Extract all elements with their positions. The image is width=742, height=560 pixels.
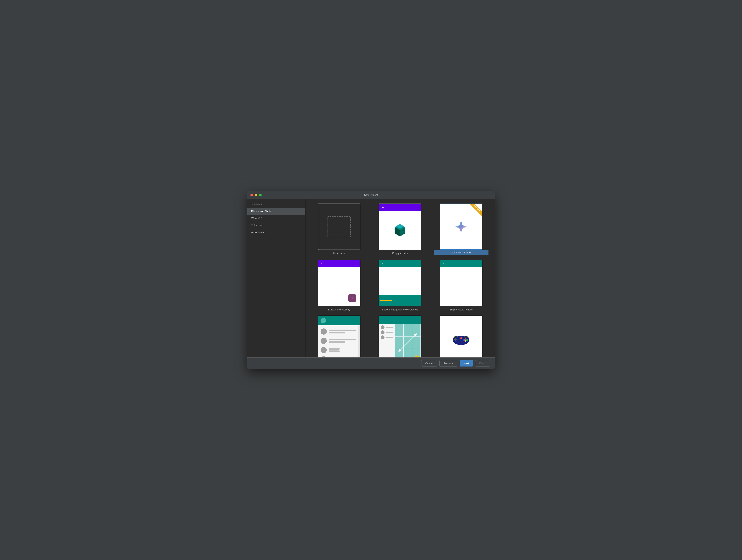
template-responsive-views[interactable]: + Responsive Views Activity bbox=[373, 316, 428, 357]
main-window: New Project Templates Phone and Tablet W… bbox=[247, 191, 495, 369]
grid-left-item-3 bbox=[381, 336, 393, 339]
game-preview bbox=[440, 316, 482, 357]
avatar-2 bbox=[321, 338, 327, 344]
sidebar-item-phone-tablet[interactable]: Phone and Tablet bbox=[247, 208, 305, 215]
text-line-shorter-2 bbox=[329, 350, 340, 352]
templates-grid: No Activity ← bbox=[306, 199, 495, 357]
template-label-empty-activity: Empty Activity bbox=[392, 252, 408, 255]
avatar-1 bbox=[321, 328, 327, 335]
settings-list-item-2 bbox=[320, 336, 357, 346]
sidebar-item-automotive[interactable]: Automotive bbox=[247, 229, 305, 236]
template-preview-bottom-nav: ← ⋮ bbox=[379, 260, 421, 306]
previous-button[interactable]: Previous bbox=[439, 360, 457, 366]
phone-topbar-empty: ← bbox=[379, 204, 421, 211]
sidebar-item-wear-os[interactable]: Wear OS bbox=[247, 215, 305, 222]
template-gemini-api-starter[interactable]: PREVIEW Gemini API Starter bbox=[434, 204, 488, 255]
text-line bbox=[329, 329, 356, 331]
maximize-button[interactable] bbox=[259, 194, 262, 196]
menu-bottom-nav-icon: ⋮ bbox=[415, 262, 419, 265]
sidebar-label: Templates bbox=[247, 202, 305, 208]
window-buttons bbox=[251, 194, 262, 196]
settings-list-item-3 bbox=[320, 346, 357, 355]
sidebar: Templates Phone and Tablet Wear OS Telev… bbox=[247, 199, 305, 357]
bottom-nav-item-3 bbox=[407, 295, 421, 306]
titlebar: New Project bbox=[247, 191, 495, 199]
template-label-basic-views: Basic Views Activity bbox=[328, 308, 350, 311]
text-line-shorter bbox=[329, 348, 340, 350]
footer: Cancel Previous Next Finish bbox=[247, 357, 495, 369]
android-cube-icon bbox=[392, 222, 408, 238]
template-empty-activity[interactable]: ← bbox=[373, 204, 428, 255]
template-preview-basic-views: ← ⋮ + bbox=[318, 260, 360, 306]
settings-header: ⋮ bbox=[318, 316, 360, 325]
phone-topbar-empty-views: ← bbox=[440, 260, 482, 267]
back-arrow-empty-views-icon: ← bbox=[442, 262, 445, 265]
phone-preview-empty: ← bbox=[379, 204, 421, 250]
phone-preview-bottom-nav: ← ⋮ bbox=[379, 260, 421, 306]
preview-banner: PREVIEW bbox=[468, 204, 482, 218]
template-basic-views[interactable]: ← ⋮ + Basic Views Activity bbox=[312, 260, 367, 311]
next-button[interactable]: Next bbox=[460, 360, 473, 366]
avatar-3 bbox=[321, 347, 327, 353]
phone-body-empty bbox=[379, 211, 421, 250]
back-arrow-basic-icon: ← bbox=[321, 262, 324, 265]
text-line-short bbox=[329, 332, 345, 334]
template-label-bottom-nav: Bottom Navigation Views Activity bbox=[382, 308, 418, 311]
finish-button[interactable]: Finish bbox=[475, 360, 490, 366]
template-nav-drawer[interactable]: ⋮ bbox=[312, 316, 367, 357]
template-label-empty-views: Empty Views Activity bbox=[449, 308, 473, 311]
grid-main-area: + bbox=[394, 324, 421, 357]
dashed-rect bbox=[327, 216, 351, 237]
no-activity-preview bbox=[318, 204, 360, 250]
fab-icon: + bbox=[349, 294, 356, 302]
settings-preview: ⋮ bbox=[318, 316, 360, 357]
settings-list-item-1 bbox=[320, 327, 357, 336]
main-area: No Activity ← bbox=[305, 199, 495, 357]
template-preview-empty-views: ← bbox=[440, 260, 482, 306]
close-button[interactable] bbox=[251, 194, 253, 196]
template-preview-game bbox=[440, 316, 482, 357]
back-arrow-bottom-nav-icon: ← bbox=[381, 262, 384, 265]
bottom-nav-item-2 bbox=[393, 295, 407, 306]
sidebar-item-television[interactable]: Television bbox=[247, 222, 305, 229]
template-preview-empty-activity: ← bbox=[379, 204, 421, 250]
bottom-nav-item bbox=[379, 295, 393, 306]
phone-preview-basic: ← ⋮ + bbox=[318, 260, 360, 306]
phone-body-empty-views bbox=[440, 267, 482, 306]
phone-topbar-basic: ← ⋮ bbox=[318, 260, 360, 267]
text-line-short-2 bbox=[329, 341, 345, 343]
grid-left-item-1 bbox=[381, 325, 393, 329]
nav-indicator bbox=[380, 300, 392, 301]
template-bottom-nav[interactable]: ← ⋮ bbox=[373, 260, 428, 311]
diagonal-arrow-icon bbox=[394, 324, 421, 357]
selected-label-bar: Gemini API Starter bbox=[434, 250, 488, 255]
settings-menu-icon: ⋮ bbox=[355, 319, 358, 322]
bottom-nav-bar bbox=[379, 295, 421, 306]
grid-preview: + bbox=[379, 316, 421, 357]
preview-banner-text: PREVIEW bbox=[470, 204, 482, 216]
teal-top-bar bbox=[379, 316, 421, 324]
grid-left-item-2 bbox=[381, 330, 393, 334]
template-game-activity[interactable]: Game Activity bbox=[434, 316, 488, 357]
svg-point-14 bbox=[466, 339, 468, 341]
gamepad-icon bbox=[452, 331, 471, 347]
template-preview-gemini: PREVIEW bbox=[440, 204, 482, 250]
template-preview-nav-drawer: ⋮ bbox=[318, 316, 360, 357]
template-empty-views[interactable]: ← Empty Views Activity bbox=[434, 260, 488, 311]
cancel-button[interactable]: Cancel bbox=[421, 360, 437, 366]
svg-point-16 bbox=[465, 340, 466, 342]
gemini-star-icon bbox=[453, 219, 469, 235]
svg-point-15 bbox=[463, 339, 465, 341]
template-no-activity[interactable]: No Activity bbox=[312, 204, 367, 255]
phone-preview-empty-views: ← bbox=[440, 260, 482, 306]
phone-body-basic: + bbox=[318, 267, 360, 306]
svg-point-19 bbox=[464, 336, 468, 338]
template-label-no-activity: No Activity bbox=[333, 252, 345, 255]
svg-point-13 bbox=[465, 338, 466, 340]
text-lines-3 bbox=[329, 348, 356, 352]
text-lines-1 bbox=[329, 329, 356, 334]
text-lines-2 bbox=[329, 339, 356, 343]
minimize-button[interactable] bbox=[255, 194, 257, 196]
text-line-2 bbox=[329, 339, 356, 341]
window-title: New Project bbox=[364, 194, 378, 196]
